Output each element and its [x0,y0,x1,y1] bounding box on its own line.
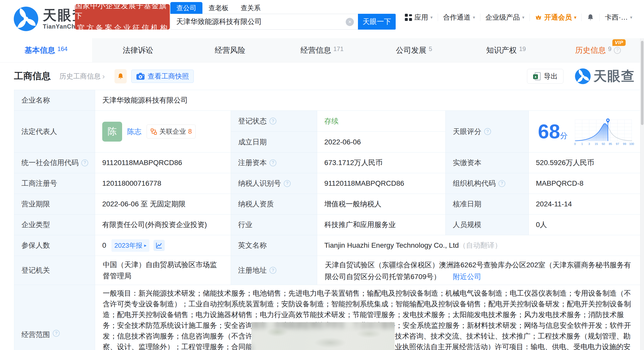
watermark-swirl-icon [575,68,591,84]
related-companies-count: 8 [188,128,192,135]
insured-value: 0 2023年报 ▸ [95,235,231,256]
help-icon[interactable]: ? [269,159,276,166]
tab-label: 法律诉讼 [123,45,153,56]
menu-vip[interactable]: 开通会员 ▾ [530,13,582,22]
search-tab-relation[interactable]: 查关系 [235,2,267,14]
approval-date-value: 2024-11-14 [529,194,640,215]
monitor-bell-button[interactable] [114,69,127,83]
censored-blur-region [251,322,395,350]
org-code-label: 组织机构代码 ? [446,173,529,194]
svg-text:50: 50 [602,142,605,145]
search-button[interactable]: 天眼一下 [358,14,396,30]
company-type-label: 企业类型 [14,215,95,235]
tab-count: 19 [519,45,526,53]
close-icon: × [348,19,352,25]
nearby-companies-link[interactable]: 附近公司 [453,273,481,281]
user-account[interactable]: 卡西·… ▾ [600,13,637,22]
scope-line: 造；配电开关控制设备销售；电力设施器材销售；电力行业高效节能技术研发；节能管理服… [103,309,640,320]
help-icon[interactable]: ? [269,267,276,274]
registry-value: 中国（天津）自由贸易试验区市场监督管理局 [95,256,231,285]
reg-status-value: 存续 [317,111,446,132]
camera-icon [136,72,145,80]
section-header: 工商信息 历史工商信息 › 查看工商快照 X 导出 [0,62,644,90]
score-marker-pin [606,118,610,123]
approval-date-label: 核准日期 [446,194,529,215]
help-icon[interactable]: ? [614,47,621,54]
svg-text:3: 3 [588,142,590,145]
help-icon[interactable]: ? [269,118,276,124]
related-companies-button[interactable]: 关联企业 8 [147,124,196,139]
score-value[interactable]: 68分 [529,111,640,153]
tab-count: 164 [57,45,68,53]
help-icon[interactable]: ? [498,180,505,187]
notification-bell[interactable] [582,14,599,21]
search-tab-boss[interactable]: 查老板 [202,2,235,14]
search-row: × 天眼一下 [170,14,396,30]
taxpayer-id-value: 91120118MABPQRCD86 [317,173,446,194]
tab-label: 基本信息 [24,45,55,56]
chevron-down-icon: ▾ [522,15,524,20]
legal-rep-link[interactable]: 陈志 [127,127,141,136]
user-name: 卡西·… [605,13,628,22]
tab-count: 9 [608,45,611,53]
industry-value: 科技推广和应用服务业 [317,215,446,235]
top-menu: 应用 ▾ 合作通道 ▾ 企业级产品 ▾ 开通会员 ▾ [400,13,637,22]
menu-partner[interactable]: 合作通道 ▾ [438,13,480,22]
score-distribution-chart: 0131550859799100 [573,115,634,149]
establish-date-label: 成立日期 [231,132,317,153]
badge-line1: 国家中小企业发展子基金旗下 [75,1,170,21]
help-icon[interactable]: ? [484,128,491,135]
address-label: 注册地址 ? [231,256,317,285]
official-certification-badge: 国家中小企业发展子基金旗下 官方备案企业征信机构 [75,4,170,30]
taxpayer-quality-label: 纳税人资质 [231,194,317,215]
related-companies-label: 关联企业 [159,127,186,136]
menu-enterprise[interactable]: 企业级产品 ▾ [480,13,530,22]
taxpayer-quality-value: 增值税一般纳税人 [317,194,446,215]
insured-trend-icon[interactable] [153,240,165,251]
tab-operation-risk[interactable]: 经营风险 [184,38,276,62]
legal-rep-label: 法定代表人 [14,111,95,153]
tab-intellectual-property[interactable]: 知识产权 19 [460,38,552,62]
tab-business-info[interactable]: 经营信息 171 [276,38,368,62]
page-scrollbar[interactable] [640,38,644,350]
tab-legal-litigation[interactable]: 法律诉讼 [92,38,184,62]
help-icon[interactable]: ? [81,159,88,166]
badge-line2: 官方备案企业征信机构 [76,23,169,33]
insured-count: 0 [102,241,106,249]
svg-text:97: 97 [616,142,619,145]
menu-apps[interactable]: 应用 ▾ [400,13,438,22]
paid-capital-label: 实缴资本 [446,153,529,173]
history-registration-link[interactable]: 历史工商信息 › [59,72,105,81]
legal-rep-value: 陈 陈志 关联企业 8 [95,111,231,153]
company-name-value: 天津华致能源科技有限公司 [95,90,640,111]
export-button[interactable]: X 导出 [527,69,563,84]
insured-label: 参保人数 [14,235,95,256]
score-label: 天眼评分 ? [446,111,529,153]
history-registration-label: 历史工商信息 [59,72,101,81]
search-tab-company[interactable]: 查公司 [170,2,202,14]
svg-text:15: 15 [595,142,598,145]
help-icon[interactable]: ? [53,330,60,337]
legal-rep-avatar[interactable]: 陈 [102,122,122,142]
business-snapshot-button[interactable]: 查看工商快照 [131,70,194,83]
svg-text:100: 100 [629,142,634,145]
search-area: 查公司 查老板 查关系 × 天眼一下 [170,2,396,30]
annual-report-link[interactable]: 2023年报 ▸ [111,239,150,252]
apps-grid-icon [405,14,412,21]
help-icon[interactable]: ? [284,180,291,187]
status-badge: 存续 [324,116,339,126]
clear-search-icon[interactable]: × [346,18,354,26]
svg-text:85: 85 [609,142,612,145]
industry-label: 行业 [231,215,317,235]
svg-text:X: X [534,75,537,79]
reg-status-label: 登记状态 ? [231,111,317,132]
tab-basic-info[interactable]: 基本信息 164 [0,38,92,62]
logo-swirl-icon [13,6,39,32]
tab-company-development[interactable]: 公司发展 5 [368,38,460,62]
reg-number-value: 120118000716778 [95,173,231,194]
search-input[interactable] [176,18,337,26]
bell-icon [587,14,594,21]
tab-history-info[interactable]: VIP 历史信息 9 ? [552,38,644,62]
business-scope-label: 经营范围 ? [14,285,95,350]
scrollbar-thumb[interactable] [641,41,643,125]
